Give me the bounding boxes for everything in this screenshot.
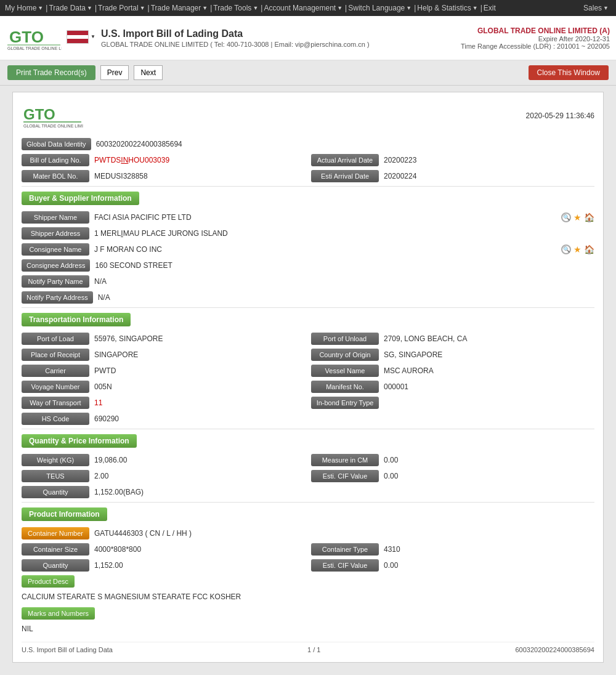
country-of-origin-label: Country of Origin bbox=[311, 349, 379, 361]
notify-party-address-label: Notify Party Address bbox=[22, 291, 93, 304]
prev-button-top[interactable]: Prev bbox=[100, 65, 129, 80]
nav-account-management[interactable]: Account Management ▼ bbox=[264, 4, 344, 12]
nav-my-home[interactable]: My Home ▼ bbox=[5, 4, 44, 12]
shipper-home-icon[interactable]: 🏠 bbox=[584, 212, 594, 222]
port-of-unload-label: Port of Unload bbox=[311, 333, 379, 345]
logo-area: GTO GLOBAL TRADE ONLINE LIMITED bbox=[6, 23, 94, 54]
container-type-value: 4310 bbox=[384, 545, 594, 554]
carrier-vessel-row: Carrier PWTD Vessel Name MSC AURORA bbox=[22, 365, 594, 377]
consignee-icons: 🔍 ★ 🏠 bbox=[561, 245, 594, 254]
container-size-type-row: Container Size 4000*808*800 Container Ty… bbox=[22, 543, 594, 556]
in-bond-label: In-bond Entry Type bbox=[311, 397, 379, 409]
nav-trade-data[interactable]: Trade Data ▼ bbox=[49, 4, 94, 12]
port-row: Port of Load 55976, SINGAPORE Port of Un… bbox=[22, 333, 594, 345]
company-info: GLOBAL TRADE ONLINE LIMITED ( Tel: 400-7… bbox=[101, 41, 370, 48]
hs-code-value: 690290 bbox=[94, 414, 594, 423]
hs-code-row: HS Code 690290 bbox=[22, 413, 594, 425]
consignee-star-icon[interactable]: ★ bbox=[573, 245, 582, 254]
container-size-col: Container Size 4000*808*800 bbox=[22, 543, 305, 556]
product-desc-label[interactable]: Product Desc bbox=[22, 575, 75, 588]
notify-party-name-label: Notify Party Name bbox=[22, 275, 89, 288]
vessel-name-value: MSC AURORA bbox=[384, 366, 594, 375]
notify-party-name-value: N/A bbox=[94, 277, 594, 286]
header-title-area: U.S. Import Bill of Lading Data GLOBAL T… bbox=[101, 28, 370, 48]
nav-switch-language[interactable]: Switch Language ▼ bbox=[348, 4, 413, 12]
receipt-origin-row: Place of Receipt SINGAPORE Country of Or… bbox=[22, 349, 594, 361]
shipper-name-row: Shipper Name FACI ASIA PACIFIC PTE LTD 🔍… bbox=[22, 211, 594, 224]
product-quantity-label: Quantity bbox=[22, 559, 89, 572]
carrier-label: Carrier bbox=[22, 365, 89, 377]
carrier-col: Carrier PWTD bbox=[22, 365, 305, 377]
shipper-address-label: Shipper Address bbox=[22, 227, 89, 240]
product-section: Product Information Container Number GAT… bbox=[22, 507, 594, 636]
consignee-address-value: 160 SECOND STREET bbox=[95, 261, 594, 270]
nav-separator: | bbox=[414, 4, 416, 12]
nav-exit[interactable]: Exit bbox=[484, 4, 496, 12]
consignee-address-label: Consignee Address bbox=[22, 259, 90, 272]
nav-trade-manager[interactable]: Trade Manager ▼ bbox=[151, 4, 209, 12]
quantity-price-section: Quantity & Price Information Weight (KG)… bbox=[22, 434, 594, 498]
consignee-search-icon[interactable]: 🔍 bbox=[561, 245, 571, 254]
nav-help-statistics[interactable]: Help & Statistics ▼ bbox=[417, 4, 479, 12]
account-info: GLOBAL TRADE ONLINE LIMITED (A) Expire A… bbox=[461, 26, 610, 50]
shipper-search-icon[interactable]: 🔍 bbox=[561, 212, 571, 222]
voyage-number-col: Voyage Number 005N bbox=[22, 381, 305, 393]
measure-cm-value: 0.00 bbox=[384, 456, 594, 464]
record-footer-center: 1 / 1 bbox=[307, 646, 320, 653]
record-date: 2020-05-29 11:36:46 bbox=[526, 111, 594, 120]
container-number-row: Container Number GATU4446303 ( CN / L / … bbox=[22, 527, 594, 540]
global-data-identity-row: Global Data Identity 6003202002240003856… bbox=[22, 138, 594, 150]
way-of-transport-col: Way of Transport 11 bbox=[22, 397, 305, 409]
nav-trade-portal[interactable]: Trade Portal ▼ bbox=[98, 4, 147, 12]
company-link[interactable]: GLOBAL TRADE ONLINE LIMITED (A) bbox=[461, 26, 610, 35]
measure-cm-label: Measure in CM bbox=[311, 454, 379, 466]
voyage-number-label: Voyage Number bbox=[22, 381, 89, 393]
consignee-home-icon[interactable]: 🏠 bbox=[584, 245, 594, 254]
transportation-title: Transportation Information bbox=[22, 313, 131, 326]
mater-bol-row: Mater BOL No. MEDUSI328858 Esti Arrival … bbox=[22, 170, 594, 182]
shipper-address-value: 1 MERLIMAU PLACE JURONG ISLAND bbox=[94, 229, 594, 238]
esti-cif-value: 0.00 bbox=[384, 472, 594, 480]
print-button-top[interactable]: Print Trade Record(s) bbox=[7, 65, 95, 80]
actual-arrival-label: Actual Arrival Date bbox=[311, 154, 379, 166]
shipper-address-row: Shipper Address 1 MERLIMAU PLACE JURONG … bbox=[22, 227, 594, 240]
container-type-col: Container Type 4310 bbox=[311, 543, 594, 556]
nav-sales[interactable]: Sales ▼ bbox=[583, 4, 610, 12]
nav-trade-tools[interactable]: Trade Tools ▼ bbox=[213, 4, 259, 12]
esti-cif-col: Esti. CIF Value 0.00 bbox=[311, 470, 594, 482]
weight-value: 19,086.00 bbox=[94, 456, 305, 464]
country-of-origin-col: Country of Origin SG, SINGAPORE bbox=[311, 349, 594, 361]
port-of-load-col: Port of Load 55976, SINGAPORE bbox=[22, 333, 305, 345]
manifest-no-col: Manifest No. 000001 bbox=[311, 381, 594, 393]
mater-bol-label: Mater BOL No. bbox=[22, 170, 89, 182]
svg-text:GTO: GTO bbox=[23, 106, 55, 123]
svg-text:GLOBAL TRADE ONLINE LIMITED: GLOBAL TRADE ONLINE LIMITED bbox=[7, 46, 62, 51]
nav-separator: | bbox=[95, 4, 97, 12]
logo: GTO GLOBAL TRADE ONLINE LIMITED bbox=[6, 23, 62, 54]
expire-date: Expire After 2020-12-31 bbox=[461, 35, 610, 42]
weight-col: Weight (KG) 19,086.00 bbox=[22, 454, 305, 466]
close-button-top[interactable]: Close This Window bbox=[529, 65, 609, 80]
shipper-star-icon[interactable]: ★ bbox=[573, 212, 582, 222]
flag-selector[interactable] bbox=[67, 30, 89, 46]
in-bond-col: In-bond Entry Type bbox=[311, 397, 594, 409]
esti-arrival-label: Esti Arrival Date bbox=[311, 170, 379, 182]
record-footer: U.S. Import Bill of Lading Data 1 / 1 60… bbox=[22, 642, 594, 653]
product-desc-section: Product Desc CALCIUM STEARATE S MAGNESIU… bbox=[22, 575, 594, 604]
mater-bol-value: MEDUSI328858 bbox=[94, 172, 305, 180]
actual-arrival-col: Actual Arrival Date 20200223 bbox=[311, 154, 594, 166]
next-button-top[interactable]: Next bbox=[134, 65, 163, 80]
quantity-label: Quantity bbox=[22, 486, 89, 498]
mater-bol-col: Mater BOL No. MEDUSI328858 bbox=[22, 170, 305, 182]
bol-arrival-row: Bill of Lading No. PWTDSINHOU003039 Actu… bbox=[22, 154, 594, 166]
page-header: GTO GLOBAL TRADE ONLINE LIMITED U.S. Imp… bbox=[0, 16, 616, 60]
container-number-label: Container Number bbox=[22, 527, 89, 540]
manifest-no-value: 000001 bbox=[384, 382, 594, 391]
shipper-icons: 🔍 ★ 🏠 bbox=[561, 212, 594, 222]
way-of-transport-label: Way of Transport bbox=[22, 397, 89, 409]
nav-separator: | bbox=[261, 4, 262, 12]
product-quantity-value: 1,152.00 bbox=[94, 561, 305, 570]
product-title: Product Information bbox=[22, 507, 107, 521]
bol-no-value: PWTDSINHOU003039 bbox=[94, 156, 305, 164]
notify-party-address-value: N/A bbox=[98, 293, 594, 302]
